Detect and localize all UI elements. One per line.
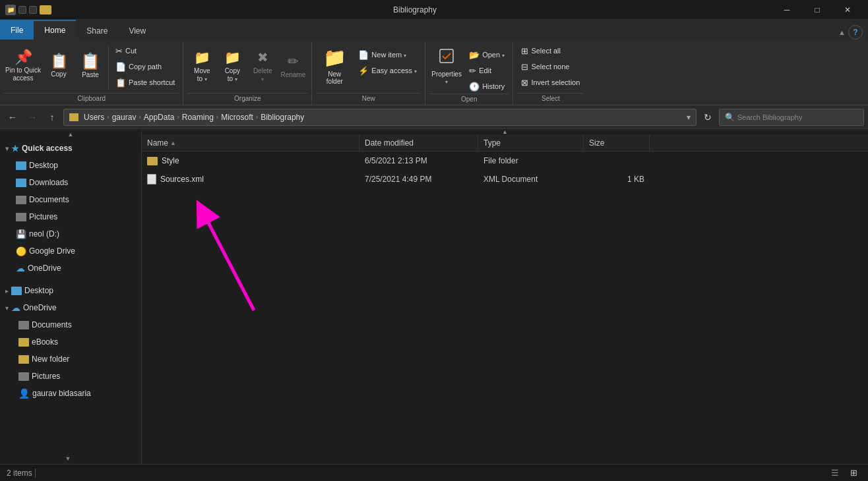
history-button[interactable]: 🕐 History <box>465 79 509 94</box>
sidebar-item-od-gaurav[interactable]: 👤 gaurav bidasaria <box>0 385 141 402</box>
copy-button-large[interactable]: 📋 Copy <box>44 43 74 88</box>
open-group-content: Properties ▾ 📂 Open ▾ ✏ Edit 🕐 History <box>429 43 509 94</box>
file-row-style[interactable]: Style 6/5/2021 2:13 PM File folder <box>142 152 868 170</box>
select-none-icon: ⊟ <box>521 62 528 72</box>
address-part-bibliography: Bibliography <box>261 113 304 122</box>
easy-access-icon: ⚡ <box>358 66 369 76</box>
back-button[interactable]: ← <box>4 109 21 126</box>
address-bar-row: ← → ↑ Users › gaurav › AppData › Roaming… <box>0 105 868 129</box>
invert-selection-button[interactable]: ⊠ Invert selection <box>517 75 584 90</box>
sidebar-item-google-drive[interactable]: 🟡 Google Drive 📌 <box>0 242 141 260</box>
rename-button[interactable]: ✏ Rename <box>278 43 307 88</box>
easy-access-button[interactable]: ⚡ Easy access ▾ <box>354 63 421 78</box>
sidebar-quick-access-label: Quick access <box>22 144 136 153</box>
copy-path-button[interactable]: 📄 Copy path <box>111 59 179 74</box>
cut-button[interactable]: ✂ Cut <box>111 43 179 58</box>
file-list-header: Name ▲ Date modified Type Size <box>142 134 868 152</box>
sidebar-item-pictures[interactable]: Pictures 📌 <box>0 208 141 225</box>
col-header-type[interactable]: Type <box>478 134 584 151</box>
clipboard-small-stack: ✂ Cut 📄 Copy path 📋 Paste shortcut <box>111 43 179 90</box>
new-item-button[interactable]: 📄 New item ▾ <box>354 47 421 62</box>
search-bar[interactable]: 🔍 Search Bibliography <box>719 109 864 126</box>
up-button[interactable]: ↑ <box>44 109 61 126</box>
sidebar-item-drive[interactable]: 💾 neol (D:) 📌 <box>0 225 141 242</box>
file-type-sources-xml: XML Document <box>478 170 584 188</box>
od-pictures-icon <box>18 372 29 381</box>
select-none-button[interactable]: ⊟ Select none <box>517 59 584 74</box>
paste-shortcut-button[interactable]: 📋 Paste shortcut <box>111 75 179 90</box>
address-part-appdata: AppData <box>144 113 175 122</box>
new-small-stack: 📄 New item ▾ ⚡ Easy access ▾ <box>354 47 421 78</box>
select-group-label: Select <box>517 93 584 103</box>
large-icons-view-button[interactable]: ⊞ <box>846 467 861 480</box>
col-header-size[interactable]: Size <box>584 134 650 151</box>
onedrive-section-icon: ☁ <box>11 302 20 313</box>
open-button[interactable]: 📂 Open ▾ <box>465 47 509 62</box>
sidebar-item-documents[interactable]: Documents 📌 <box>0 191 141 208</box>
select-all-button[interactable]: ⊞ Select all <box>517 43 584 58</box>
pin-to-quick-access-button[interactable]: 📌 Pin to Quickaccess <box>4 43 42 88</box>
sidebar-item-downloads[interactable]: Downloads 📌 <box>0 174 141 191</box>
file-row-sources-xml[interactable]: Sources.xml 7/25/2021 4:49 PM XML Docume… <box>142 170 868 188</box>
delete-button[interactable]: ✖ Delete▾ <box>248 43 277 88</box>
sources-xml-icon <box>147 174 156 184</box>
file-list: ▲ Name ▲ Date modified Type Size Style <box>142 129 868 464</box>
documents-folder-icon <box>16 196 26 204</box>
sidebar-scroll-down[interactable]: ▼ <box>0 453 136 464</box>
rename-icon: ✏ <box>288 53 299 69</box>
sidebar-item-desktop-section[interactable]: ▸ Desktop <box>0 282 141 299</box>
tab-share[interactable]: Share <box>76 21 118 40</box>
details-view-button[interactable]: ☰ <box>827 467 843 480</box>
open-icon: 📂 <box>469 50 480 60</box>
title-bar: 📁 Bibliography ─ □ ✕ <box>0 0 868 20</box>
file-date-style: 6/5/2021 2:13 PM <box>359 152 478 170</box>
title-btn-2[interactable] <box>29 6 37 14</box>
sidebar-item-onedrive-quick[interactable]: ☁ OneDrive 📌 <box>0 260 141 277</box>
quick-access-star-icon: ★ <box>11 144 19 154</box>
forward-button[interactable]: → <box>24 109 41 126</box>
close-button[interactable]: ✕ <box>832 0 863 20</box>
move-to-button[interactable]: 📁 Moveto ▾ <box>187 43 216 88</box>
address-part-users: Users <box>84 113 104 122</box>
sidebar-item-onedrive-section[interactable]: ▾ ☁ OneDrive <box>0 299 141 316</box>
title-bar-icons: 📁 <box>5 5 58 15</box>
sidebar-item-od-pictures[interactable]: Pictures <box>0 368 141 385</box>
address-dropdown-button[interactable]: ▾ <box>687 113 691 122</box>
new-folder-button[interactable]: 📁 Newfolder <box>316 43 353 88</box>
name-sort-icon: ▲ <box>170 140 176 146</box>
new-group: 📁 Newfolder 📄 New item ▾ ⚡ Easy access ▾… <box>312 42 425 105</box>
od-gaurav-icon: 👤 <box>18 388 30 399</box>
invert-selection-icon: ⊠ <box>521 78 528 88</box>
title-btn-1[interactable] <box>18 6 26 14</box>
od-documents-icon <box>18 321 29 329</box>
copy-to-button[interactable]: 📁 Copyto ▾ <box>218 43 247 88</box>
od-ebooks-icon <box>18 338 29 347</box>
tab-view[interactable]: View <box>118 21 156 40</box>
sidebar-item-od-new-folder[interactable]: New folder <box>0 351 141 368</box>
col-header-name[interactable]: Name ▲ <box>142 134 359 151</box>
collapse-ribbon-button[interactable]: ▲ <box>838 28 846 36</box>
maximize-button[interactable]: □ <box>802 0 832 20</box>
sidebar-section-quick-access[interactable]: ▾ ★ Quick access <box>0 140 141 157</box>
help-button[interactable]: ? <box>848 25 863 40</box>
annotation-arrow-svg <box>168 188 300 320</box>
sidebar-item-od-ebooks[interactable]: eBooks <box>0 333 141 351</box>
address-part-gaurav: gaurav <box>112 113 137 122</box>
tab-file[interactable]: File <box>0 20 34 40</box>
tab-home[interactable]: Home <box>34 20 76 40</box>
address-bar[interactable]: Users › gaurav › AppData › Roaming › Mic… <box>63 109 697 126</box>
paste-button-large[interactable]: 📋 Paste <box>75 43 106 88</box>
onedrive-section-chevron: ▾ <box>5 304 9 312</box>
col-header-date[interactable]: Date modified <box>359 134 478 151</box>
edit-button[interactable]: ✏ Edit <box>465 63 509 78</box>
od-new-folder-icon <box>18 355 29 364</box>
properties-button[interactable]: Properties ▾ <box>429 43 464 88</box>
sidebar-item-desktop[interactable]: Desktop 📌 <box>0 157 141 174</box>
clipboard-sep <box>108 46 109 90</box>
sidebar-item-od-documents[interactable]: Documents <box>0 316 141 333</box>
minimize-button[interactable]: ─ <box>772 0 802 20</box>
refresh-button[interactable]: ↻ <box>699 109 716 126</box>
sidebar-scroll-up[interactable]: ▲ <box>0 129 141 140</box>
drive-icon: 💾 <box>16 229 26 239</box>
open-group: Properties ▾ 📂 Open ▾ ✏ Edit 🕐 History O… <box>425 42 513 105</box>
